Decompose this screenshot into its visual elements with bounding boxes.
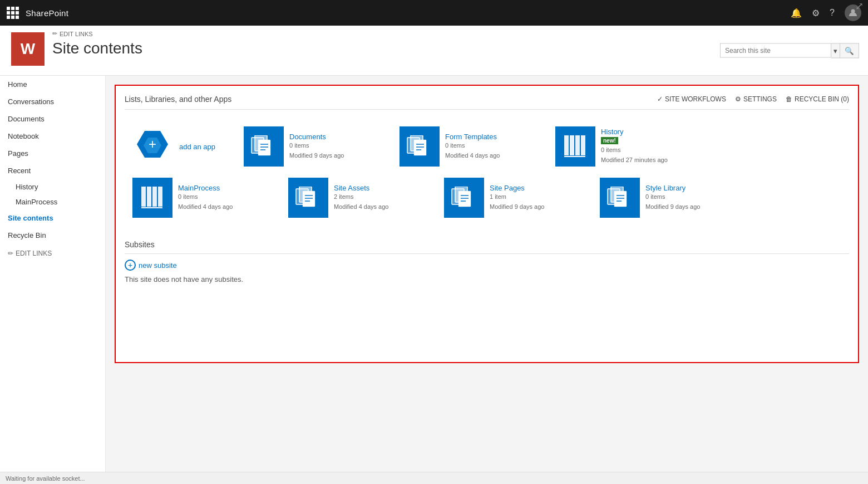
svg-rect-23 — [152, 187, 157, 207]
sidebar: Home Conversations Documents Notebook Pa… — [0, 76, 106, 484]
svg-rect-21 — [141, 187, 146, 207]
section-header: Lists, Libraries, and other Apps ✓ SITE … — [125, 95, 849, 110]
app-item-form-templates[interactable]: Form Templates 0 itemsModified 4 days ag… — [392, 121, 548, 172]
svg-rect-17 — [570, 135, 574, 155]
top-nav: SharePoint 🔔 ⚙ ? ⤢ — [0, 0, 868, 26]
sidebar-item-documents[interactable]: Documents — [0, 110, 105, 128]
app-name-form-templates: Form Templates — [445, 133, 540, 141]
sidebar-item-recent[interactable]: Recent — [0, 162, 105, 179]
add-app-item[interactable]: + add an app — [125, 121, 236, 172]
svg-rect-40 — [614, 191, 627, 207]
svg-rect-12 — [414, 140, 426, 155]
pencil-icon: ✏ — [52, 30, 57, 37]
subsites-title: Subsites — [125, 240, 849, 254]
sidebar-item-recycle-bin[interactable]: Recycle Bin — [0, 227, 105, 244]
checkmark-icon: ✓ — [657, 95, 663, 103]
recycle-bin-button[interactable]: 🗑 RECYCLE BIN (0) — [786, 95, 849, 103]
app-name-documents: Documents — [289, 133, 384, 141]
app-item-mainprocess[interactable]: MainProcess 0 itemsModified 4 days ago — [125, 172, 280, 223]
app-meta-form-templates: 0 itemsModified 4 days ago — [445, 141, 540, 160]
site-assets-icon — [288, 178, 328, 218]
main-layout: Home Conversations Documents Notebook Pa… — [0, 76, 868, 484]
app-meta-site-assets: 2 itemsModified 4 days ago — [334, 192, 428, 212]
app-meta-documents: 0 itemsModified 9 days ago — [289, 141, 384, 160]
sharepoint-logo: SharePoint — [26, 8, 68, 18]
app-item-style-library[interactable]: Style Library 0 itemsModified 9 days ago — [592, 172, 748, 223]
app-name-style-library: Style Library — [645, 184, 740, 192]
svg-rect-18 — [575, 135, 580, 155]
app-name-mainprocess: MainProcess — [178, 184, 273, 192]
svg-rect-28 — [303, 191, 315, 207]
sidebar-item-site-contents[interactable]: Site contents — [0, 209, 105, 227]
gear-icon: ⚙ — [735, 95, 741, 103]
new-subsite-button[interactable]: + new subsite — [125, 260, 849, 271]
status-text: Waiting for available socket... — [6, 475, 85, 482]
sidebar-item-pages[interactable]: Pages — [0, 145, 105, 162]
sidebar-item-notebook[interactable]: Notebook — [0, 128, 105, 145]
app-launcher-icon[interactable] — [7, 7, 19, 19]
form-templates-icon — [400, 126, 440, 167]
search-submit-button[interactable]: 🔍 — [840, 43, 859, 58]
app-item-history[interactable]: History new! 0 itemsModified 27 minutes … — [548, 121, 703, 172]
search-box: ▾ 🔍 — [720, 43, 859, 58]
app-item-site-pages[interactable]: Site Pages 1 itemModified 9 days ago — [436, 172, 592, 223]
new-badge-history: new! — [601, 137, 618, 144]
sidebar-item-home[interactable]: Home — [0, 76, 105, 93]
site-pages-icon — [444, 178, 484, 218]
site-logo: W — [11, 32, 45, 66]
history-icon — [555, 126, 595, 167]
section-title: Lists, Libraries, and other Apps — [125, 95, 231, 104]
search-dropdown-button[interactable]: ▾ — [831, 43, 840, 58]
svg-rect-16 — [564, 135, 569, 155]
page-header: W ✏ EDIT LINKS Site contents ▾ 🔍 — [0, 26, 868, 76]
app-name-site-pages: Site Pages — [490, 184, 584, 192]
subsites-section: Subsites + new subsite This site does no… — [125, 240, 849, 283]
expand-icon[interactable]: ⤢ — [851, 0, 868, 14]
documents-icon — [244, 126, 284, 167]
notifications-icon[interactable]: 🔔 — [791, 8, 802, 18]
sidebar-item-history[interactable]: History — [0, 179, 105, 194]
style-library-icon — [600, 178, 640, 218]
search-input[interactable] — [720, 43, 831, 58]
svg-text:+: + — [149, 136, 156, 151]
main-content: Lists, Libraries, and other Apps ✓ SITE … — [106, 76, 868, 484]
sidebar-edit-links-button[interactable]: ✏ EDIT LINKS — [0, 244, 105, 263]
app-name-site-assets: Site Assets — [334, 184, 428, 192]
sidebar-item-mainprocess[interactable]: MainProcess — [0, 194, 105, 209]
svg-rect-6 — [258, 140, 270, 155]
recycle-icon: 🗑 — [786, 95, 792, 103]
no-subsites-text: This site does not have any subsites. — [125, 275, 849, 283]
app-item-site-assets[interactable]: Site Assets 2 itemsModified 4 days ago — [280, 172, 436, 223]
svg-rect-22 — [147, 187, 151, 207]
app-meta-history: 0 itemsModified 27 minutes ago — [601, 145, 696, 165]
app-meta-site-pages: 1 itemModified 9 days ago — [490, 192, 584, 212]
svg-rect-24 — [158, 187, 162, 207]
app-item-documents[interactable]: Documents 0 itemsModified 9 days ago — [236, 121, 392, 172]
edit-links-top-button[interactable]: ✏ EDIT LINKS — [52, 30, 857, 37]
app-grid: + add an app — [125, 121, 849, 223]
settings-button[interactable]: ⚙ SETTINGS — [735, 95, 777, 103]
circle-plus-icon: + — [125, 260, 136, 271]
settings-icon[interactable]: ⚙ — [812, 8, 820, 18]
status-bar: Waiting for available socket... — [0, 472, 868, 484]
app-meta-style-library: 0 itemsModified 9 days ago — [645, 192, 740, 212]
help-icon[interactable]: ? — [830, 8, 835, 18]
svg-rect-34 — [458, 191, 471, 207]
sidebar-item-conversations[interactable]: Conversations — [0, 93, 105, 110]
site-workflows-button[interactable]: ✓ SITE WORKFLOWS — [657, 95, 726, 103]
add-app-label: add an app — [179, 143, 215, 151]
pencil-icon-sidebar: ✏ — [8, 250, 13, 257]
app-meta-mainprocess: 0 itemsModified 4 days ago — [178, 192, 273, 212]
svg-rect-19 — [581, 135, 585, 155]
app-name-history: History — [601, 128, 696, 136]
content-border: Lists, Libraries, and other Apps ✓ SITE … — [115, 85, 859, 363]
mainprocess-icon — [132, 178, 172, 218]
